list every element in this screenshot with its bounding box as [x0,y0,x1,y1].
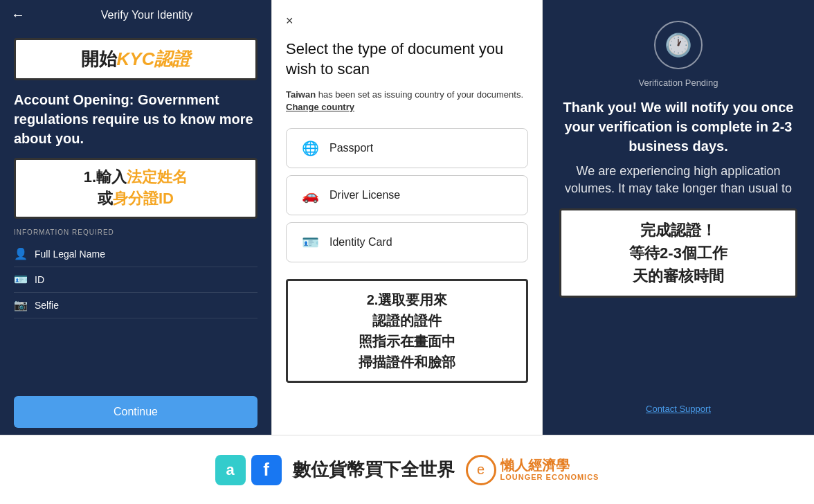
brand-name-top: 懶人經濟學 [500,458,599,473]
footer-icons: a f [215,455,282,485]
brand-logo: e 懶人經濟學 LOUNGER ECONOMICS [466,455,599,485]
info-label: INFORMATION REQUIRED [14,228,257,236]
verification-label: Verification Pending [639,78,718,88]
panel-verify-identity: ← Verify Your Identity 開始KYC認證 Account O… [0,0,271,435]
country-name: Taiwan [286,89,316,100]
info-item-selfie: 📷 Selfie [14,293,257,318]
person-icon: 👤 [14,247,28,261]
panel1-title: Verify Your Identity [33,9,260,21]
info-item-name: 👤 Full Legal Name [14,242,257,267]
kyc-highlight: KYC認證 [117,48,191,69]
acorns-icon: a [215,455,246,485]
step2-text: 2.選取要用來認證的證件照指示在畫面中掃描證件和臉部 [299,289,515,372]
camera-icon: 📷 [14,298,28,312]
id-icon: 🪪 [14,273,28,287]
country-suffix: has been set as issuing country of your … [316,89,523,100]
brand-circle-icon: e [466,455,496,485]
step2-box: 2.選取要用來認證的證件照指示在畫面中掃描證件和臉部 [286,279,528,383]
passport-icon: 🌐 [300,140,320,156]
brand-name: 懶人經濟學 LOUNGER ECONOMICS [500,458,599,481]
panel-verification-pending: 🕐 Verification Pending Thank you! We wil… [543,0,814,435]
continue-button[interactable]: Continue [14,396,257,428]
step3-box: 完成認證！等待2-3個工作天的審核時間 [559,208,797,298]
footer-text: 數位貨幣買下全世界 [293,458,455,482]
info-name-label: Full Legal Name [35,249,105,260]
driver-license-label: Driver License [329,189,400,201]
step3-text: 完成認證！等待2-3個工作天的審核時間 [572,219,784,287]
driver-license-option[interactable]: 🚗 Driver License [286,175,528,215]
info-section: INFORMATION REQUIRED 👤 Full Legal Name 🪪… [14,228,257,318]
panel1-body: 開始KYC認證 Account Opening: Government regu… [0,30,271,389]
facebook-icon: f [251,455,282,485]
identity-card-icon: 🪪 [300,234,320,251]
kyc-box: 開始KYC認證 [14,38,257,80]
kyc-prefix: 開始 [81,48,117,69]
driver-license-icon: 🚗 [300,187,320,204]
country-info: Taiwan has been set as issuing country o… [286,89,528,114]
close-button[interactable]: × [286,14,528,28]
brand-name-bottom: LOUNGER ECONOMICS [500,473,599,481]
contact-support-link[interactable]: Contact Support [646,404,711,421]
passport-option[interactable]: 🌐 Passport [286,128,528,168]
panel1-description: Account Opening: Government regulations … [14,90,257,148]
step1-line1: 1.輸入法定姓名 [27,167,244,188]
panel3-main-text: Thank you! We will notify you once your … [559,98,797,156]
panel2-title: Select the type of document you wish to … [286,39,528,79]
back-button[interactable]: ← [11,7,25,23]
footer: a f 數位貨幣買下全世界 e 懶人經濟學 LOUNGER ECONOMICS [0,435,814,504]
step1-line2: 或身分證ID [27,188,244,210]
panel1-header: ← Verify Your Identity [0,0,271,30]
info-selfie-label: Selfie [35,300,59,311]
panel-document-select: × Select the type of document you wish t… [271,0,543,435]
step1-box: 1.輸入法定姓名 或身分證ID [14,158,257,219]
identity-card-label: Identity Card [329,236,392,249]
identity-card-option[interactable]: 🪪 Identity Card [286,222,528,262]
clock-circle: 🕐 [654,21,703,69]
panel3-sub-text: We are experiencing high application vol… [559,163,797,197]
passport-label: Passport [329,142,373,154]
info-id-label: ID [35,274,44,285]
change-country-link[interactable]: Change country [286,102,354,112]
info-item-id: 🪪 ID [14,267,257,293]
clock-icon: 🕐 [664,32,692,58]
